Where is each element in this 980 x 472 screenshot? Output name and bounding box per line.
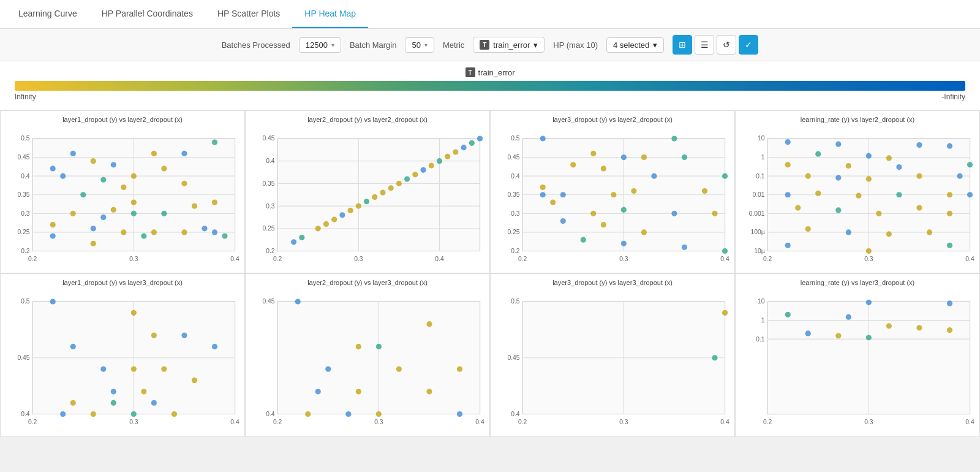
svg-point-81 — [372, 194, 377, 200]
svg-point-245 — [426, 321, 432, 327]
svg-point-223 — [141, 389, 146, 395]
plot-title-7: learning_rate (y) vs layer3_dropout (x) — [738, 279, 977, 286]
svg-point-25 — [60, 173, 66, 179]
svg-point-181 — [957, 173, 962, 179]
svg-point-125 — [651, 173, 657, 179]
svg-point-32 — [161, 166, 167, 171]
svg-point-140 — [581, 237, 586, 243]
svg-text:0.45: 0.45 — [263, 135, 275, 142]
svg-point-292 — [805, 331, 811, 337]
grid-view-button[interactable]: ⊞ — [673, 35, 692, 55]
svg-point-176 — [967, 162, 973, 167]
svg-point-42 — [212, 199, 217, 205]
plot-title-2: layer3_dropout (y) vs layer2_dropout (x) — [493, 116, 732, 123]
svg-point-129 — [611, 192, 616, 197]
margin-chevron-icon: ▾ — [424, 42, 428, 48]
svg-point-132 — [550, 199, 556, 205]
svg-point-74 — [299, 235, 304, 240]
svg-point-222 — [111, 389, 116, 395]
svg-text:0.2: 0.2 — [21, 248, 30, 254]
svg-text:0.2: 0.2 — [763, 419, 772, 425]
svg-point-87 — [429, 162, 434, 168]
svg-point-225 — [70, 400, 76, 406]
svg-text:0.4: 0.4 — [720, 256, 729, 262]
svg-point-255 — [457, 367, 462, 372]
svg-point-40 — [161, 211, 167, 216]
svg-point-291 — [947, 327, 952, 333]
svg-point-180 — [916, 173, 922, 179]
svg-text:1: 1 — [761, 317, 765, 324]
svg-point-246 — [325, 367, 331, 372]
svg-point-144 — [540, 192, 546, 197]
margin-select[interactable]: 50 ▾ — [405, 37, 434, 53]
svg-text:0.3: 0.3 — [374, 419, 383, 425]
svg-point-219 — [100, 367, 106, 372]
svg-point-168 — [916, 142, 922, 148]
svg-point-166 — [785, 139, 791, 145]
scatter-svg-1: 0.20.30.40.20.250.30.350.40.45 — [248, 126, 487, 278]
plot-title-4: layer1_dropout (y) vs layer3_dropout (x) — [3, 279, 242, 286]
tab-learning-curve[interactable]: Learning Curve — [6, 0, 89, 28]
colorbar-labels: Infinity -Infinity — [12, 91, 968, 101]
svg-point-285 — [866, 300, 872, 305]
svg-point-143 — [722, 248, 728, 254]
svg-text:0.2: 0.2 — [28, 419, 37, 425]
svg-point-220 — [131, 367, 137, 372]
tab-hp-scatter[interactable]: HP Scatter Plots — [205, 0, 292, 28]
plot-cell-6: layer3_dropout (y) vs layer3_dropout (x)… — [490, 273, 735, 436]
svg-point-47 — [202, 226, 207, 231]
svg-point-197 — [785, 243, 791, 248]
scatter-svg-2: 0.20.30.40.20.250.30.350.40.450.5 — [493, 126, 732, 278]
svg-point-118 — [671, 135, 677, 141]
refresh-button[interactable]: ↺ — [717, 35, 736, 55]
hp-select[interactable]: 4 selected ▾ — [606, 37, 664, 53]
metric-select[interactable]: T train_error ▾ — [473, 37, 545, 53]
svg-point-88 — [437, 158, 442, 164]
svg-point-128 — [560, 192, 566, 197]
svg-point-177 — [805, 173, 811, 179]
svg-point-170 — [815, 151, 821, 157]
svg-point-231 — [172, 411, 177, 417]
svg-point-215 — [151, 333, 157, 338]
svg-point-226 — [111, 400, 116, 406]
svg-text:0.35: 0.35 — [508, 191, 520, 198]
svg-text:0.2: 0.2 — [266, 248, 275, 254]
batches-select[interactable]: 12500 ▾ — [299, 37, 341, 53]
svg-point-133 — [590, 211, 596, 216]
svg-text:0.3: 0.3 — [619, 419, 628, 425]
svg-text:0.45: 0.45 — [18, 154, 30, 161]
confirm-button[interactable]: ✓ — [739, 35, 758, 55]
svg-point-77 — [339, 212, 345, 218]
plot-cell-2: layer3_dropout (y) vs layer2_dropout (x)… — [490, 110, 735, 273]
svg-point-169 — [947, 143, 952, 149]
svg-point-182 — [785, 192, 791, 197]
svg-point-229 — [91, 411, 96, 417]
svg-point-250 — [345, 411, 351, 417]
tab-hp-parallel[interactable]: HP Parallel Coordinates — [89, 0, 205, 28]
svg-point-124 — [601, 166, 606, 171]
svg-point-43 — [50, 222, 56, 227]
svg-point-46 — [151, 229, 157, 235]
svg-point-86 — [420, 167, 426, 173]
svg-point-119 — [590, 151, 596, 156]
svg-point-122 — [682, 154, 687, 160]
svg-point-120 — [621, 154, 627, 160]
svg-point-248 — [396, 367, 402, 372]
svg-text:0.3: 0.3 — [129, 419, 138, 425]
svg-point-94 — [388, 185, 394, 191]
colorbar-section: T train_error Infinity -Infinity — [0, 61, 980, 110]
svg-point-28 — [151, 151, 157, 156]
svg-text:0.3: 0.3 — [354, 256, 363, 262]
svg-point-48 — [212, 229, 217, 235]
svg-text:0.2: 0.2 — [763, 256, 772, 262]
svg-point-224 — [192, 378, 197, 383]
svg-text:0.2: 0.2 — [511, 248, 520, 254]
svg-point-83 — [396, 181, 402, 186]
svg-point-79 — [356, 203, 361, 208]
list-view-button[interactable]: ☰ — [695, 35, 714, 55]
svg-point-23 — [91, 158, 96, 164]
svg-text:0.3: 0.3 — [266, 203, 275, 210]
tab-hp-heatmap[interactable]: HP Heat Map — [292, 0, 368, 28]
svg-point-90 — [453, 149, 458, 154]
svg-point-92 — [469, 140, 475, 146]
